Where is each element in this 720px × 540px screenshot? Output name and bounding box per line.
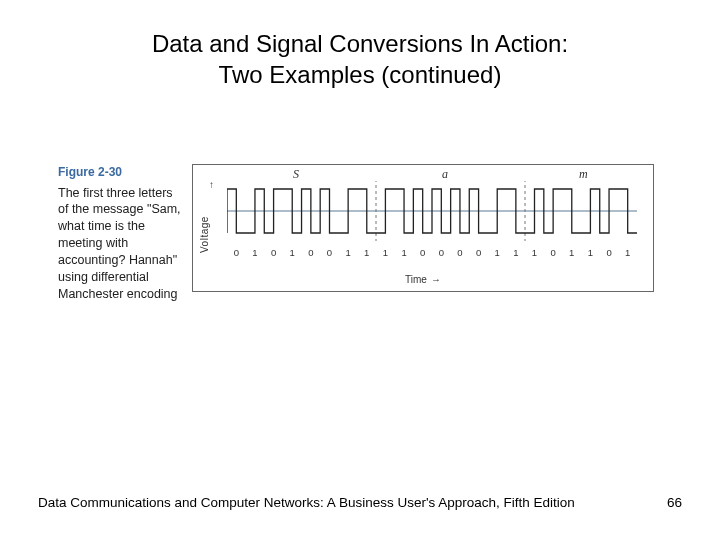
bit-labels: 0101001111000011101101 <box>227 247 637 267</box>
x-axis-label-wrap: Time→ <box>193 274 653 285</box>
bit-label: 1 <box>252 247 257 258</box>
footer-source: Data Communications and Computer Network… <box>38 495 575 510</box>
bit-label: 0 <box>439 247 444 258</box>
title-line-2: Two Examples (continued) <box>219 61 502 88</box>
bit-label: 1 <box>345 247 350 258</box>
signal-diagram: Voltage ↑ S a m 0101001111000011101101 T… <box>192 164 654 292</box>
x-axis-label: Time <box>405 274 427 285</box>
bit-label: 0 <box>476 247 481 258</box>
slide-title: Data and Signal Conversions In Action: T… <box>0 0 720 90</box>
bit-label: 1 <box>364 247 369 258</box>
content-row: Figure 2-30 The first three letters of t… <box>0 164 720 302</box>
bit-label: 0 <box>606 247 611 258</box>
bit-label: 1 <box>513 247 518 258</box>
waveform-plot <box>227 181 637 241</box>
bit-label: 0 <box>327 247 332 258</box>
y-axis-label: Voltage <box>199 217 210 254</box>
bit-label: 0 <box>308 247 313 258</box>
bit-label: 0 <box>420 247 425 258</box>
letter-markers: S a m <box>227 167 637 181</box>
bit-label: 1 <box>401 247 406 258</box>
y-axis-arrow-icon: ↑ <box>209 179 214 190</box>
letter-m: m <box>579 167 588 182</box>
title-line-1: Data and Signal Conversions In Action: <box>152 30 568 57</box>
page-number: 66 <box>667 495 682 510</box>
slide-footer: Data Communications and Computer Network… <box>38 495 682 510</box>
bit-label: 0 <box>234 247 239 258</box>
bit-label: 1 <box>495 247 500 258</box>
figure-label: Figure 2-30 <box>58 164 186 180</box>
x-axis-arrow-icon: → <box>431 274 441 285</box>
bit-label: 1 <box>532 247 537 258</box>
bit-label: 0 <box>550 247 555 258</box>
letter-a: a <box>442 167 448 182</box>
bit-label: 0 <box>457 247 462 258</box>
bit-label: 0 <box>271 247 276 258</box>
bit-label: 1 <box>569 247 574 258</box>
letter-s: S <box>293 167 299 182</box>
bit-label: 1 <box>625 247 630 258</box>
bit-label: 1 <box>290 247 295 258</box>
figure-caption-text: The first three letters of the message "… <box>58 185 186 303</box>
figure-caption-block: Figure 2-30 The first three letters of t… <box>58 164 186 302</box>
bit-label: 1 <box>383 247 388 258</box>
bit-label: 1 <box>588 247 593 258</box>
y-axis-label-wrap: Voltage <box>199 183 217 255</box>
